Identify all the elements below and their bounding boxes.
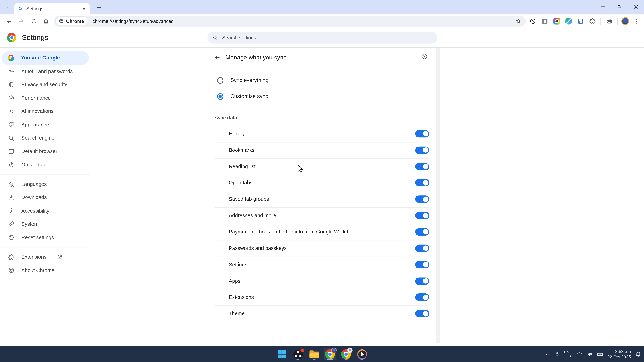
back-arrow-button[interactable] xyxy=(212,52,222,63)
site-chip[interactable]: Chrome xyxy=(56,17,88,25)
start-button[interactable] xyxy=(276,348,288,360)
bookmark-star-button[interactable] xyxy=(515,18,522,24)
toggle-theme[interactable] xyxy=(415,310,429,317)
language-switcher[interactable]: ENG US xyxy=(564,350,572,359)
toggle-open-tabs[interactable] xyxy=(415,179,429,186)
document-icon xyxy=(541,18,548,25)
toggle-history[interactable] xyxy=(415,130,429,137)
radio-selected-icon[interactable] xyxy=(217,93,224,100)
sidebar-item-extensions[interactable]: Extensions xyxy=(2,250,89,264)
sidebar-item-you-and-google[interactable]: You and Google xyxy=(2,51,89,64)
sidebar-item-reset-settings[interactable]: Reset settings xyxy=(2,231,89,244)
sidebar-item-autofill-and-passwords[interactable]: Autofill and passwords xyxy=(2,65,89,78)
toggle-payment-methods-and-other-info-from-google-wallet[interactable] xyxy=(415,228,429,236)
swirl-extension-button[interactable] xyxy=(564,16,573,26)
reload-button[interactable] xyxy=(28,16,39,26)
print-button[interactable] xyxy=(604,16,614,26)
sidepanel-extension-button[interactable] xyxy=(576,16,585,26)
close-button[interactable] xyxy=(628,0,644,12)
scrollbar[interactable] xyxy=(437,47,440,343)
sidebar-item-languages[interactable]: Languages xyxy=(2,177,89,191)
sidebar-item-ai-innovations[interactable]: AI innovations xyxy=(2,105,89,118)
taskbar-chrome-profile-2[interactable] xyxy=(340,348,352,360)
taskbar-obs-studio[interactable] xyxy=(292,348,304,360)
radio-unselected-icon[interactable] xyxy=(217,77,224,84)
maximize-button[interactable] xyxy=(611,0,628,12)
toggle-bookmarks[interactable] xyxy=(415,146,429,154)
sidebar-item-default-browser[interactable]: Default browser xyxy=(2,145,89,158)
minimize-button[interactable] xyxy=(595,0,611,12)
search-input[interactable] xyxy=(222,34,432,41)
language-region: US xyxy=(564,354,572,359)
sidebar-item-performance[interactable]: Performance xyxy=(2,91,89,105)
sidebar-item-appearance[interactable]: Appearance xyxy=(2,118,89,131)
toggle-reading-list[interactable] xyxy=(415,163,429,170)
plus-icon xyxy=(96,4,102,10)
toggle-passwords-and-passkeys[interactable] xyxy=(415,245,429,252)
settings-header: Settings xyxy=(0,28,644,48)
tab-close-button[interactable] xyxy=(80,5,87,12)
tab-search-button[interactable] xyxy=(3,3,12,12)
color-extension-button[interactable] xyxy=(552,16,561,26)
sidebar-item-label: On startup xyxy=(21,162,45,168)
radio-option-sync-everything[interactable]: Sync everything xyxy=(208,72,436,88)
toggle-settings[interactable] xyxy=(415,261,429,268)
battery-icon xyxy=(597,351,604,358)
notifications-button[interactable] xyxy=(634,351,642,358)
sync-row-open-tabs: Open tabs xyxy=(208,175,436,191)
puzzle-icon xyxy=(589,18,596,25)
close-icon xyxy=(82,6,86,11)
sidebar-item-downloads[interactable]: Downloads xyxy=(2,191,89,204)
tab-settings[interactable]: Settings xyxy=(14,3,90,14)
sidebar-item-search-engine[interactable]: Search engine xyxy=(2,131,89,145)
taskbar-chrome-profile-1[interactable] xyxy=(324,348,336,360)
adblock-extension-button[interactable] xyxy=(528,16,537,26)
new-tab-button[interactable] xyxy=(94,2,104,12)
home-button[interactable] xyxy=(40,16,51,26)
running-indicator xyxy=(344,359,348,360)
forward-button[interactable] xyxy=(16,16,27,26)
toggle-extensions[interactable] xyxy=(415,294,429,301)
document-extension-button[interactable] xyxy=(540,16,549,26)
reload-icon xyxy=(30,18,37,24)
help-button[interactable] xyxy=(419,51,430,61)
search-icon xyxy=(212,35,218,40)
settings-search[interactable] xyxy=(208,32,437,43)
browser-menu-button[interactable] xyxy=(632,16,641,26)
wrench-icon xyxy=(8,221,15,228)
address-bar[interactable]: Chrome chrome://settings/syncSetup/advan… xyxy=(54,15,526,26)
sync-row-label: Theme xyxy=(229,311,245,317)
microphone-tray-button[interactable] xyxy=(554,351,560,357)
play-icon xyxy=(357,349,367,359)
clock[interactable]: 3:53 am 22 Oct 2025 xyxy=(608,349,631,360)
sidebar-item-label: Languages xyxy=(21,181,47,187)
sidebar-item-accessibility[interactable]: Accessibility xyxy=(2,204,89,218)
sidebar-item-privacy-and-security[interactable]: Privacy and security xyxy=(2,78,89,91)
chrome-icon xyxy=(325,349,335,359)
radio-option-customize-sync[interactable]: Customize sync xyxy=(208,88,436,104)
sidebar-item-label: Reset settings xyxy=(21,235,54,240)
page-title: Settings xyxy=(22,33,48,42)
sidebar-item-about-chrome[interactable]: About Chrome xyxy=(2,264,89,277)
taskbar-media-player[interactable] xyxy=(356,348,368,360)
sidebar-item-on-startup[interactable]: On startup xyxy=(2,158,89,171)
taskbar-file-explorer[interactable] xyxy=(308,348,320,360)
sync-row-label: Addresses and more xyxy=(229,213,276,218)
toggle-apps[interactable] xyxy=(415,277,429,285)
volume-button[interactable] xyxy=(586,351,593,358)
sync-row-label: Reading list xyxy=(229,164,256,169)
sidebar-divider xyxy=(0,174,89,175)
battery-button[interactable] xyxy=(597,351,604,358)
external-link-icon xyxy=(57,254,63,260)
radio-label: Sync everything xyxy=(230,77,268,83)
windows-taskbar: ENG US 3:53 am 22 Oct 2025 xyxy=(0,346,644,362)
extensions-menu-button[interactable] xyxy=(588,16,597,26)
toggle-addresses-and-more[interactable] xyxy=(415,212,429,219)
sidebar-item-system[interactable]: System xyxy=(2,218,89,231)
back-button[interactable] xyxy=(4,16,14,26)
time-text: 3:53 am xyxy=(608,349,631,354)
tray-overflow-button[interactable] xyxy=(544,351,550,357)
toggle-saved-tab-groups[interactable] xyxy=(415,196,429,203)
profile-avatar[interactable] xyxy=(622,17,629,25)
network-button[interactable] xyxy=(576,351,583,358)
